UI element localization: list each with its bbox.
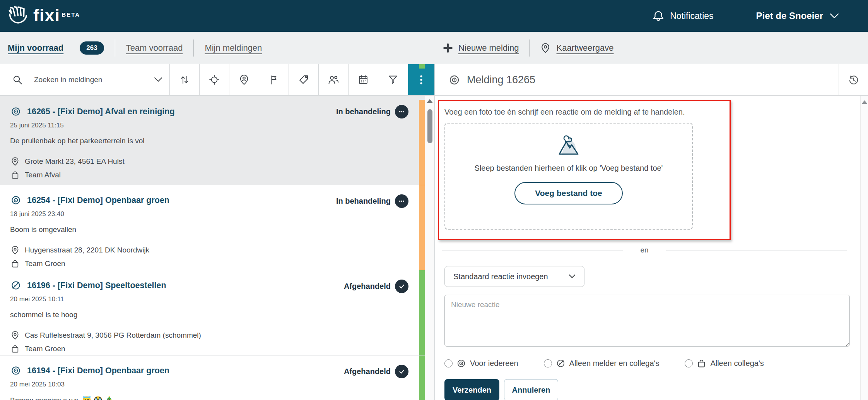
bell-icon (652, 10, 665, 22)
list-item[interactable]: 16265 - [Fixi Demo] Afval en reiniging 2… (0, 96, 425, 185)
new-report-link[interactable]: Nieuwe melding (443, 43, 519, 53)
detail-scrollbar[interactable] (860, 96, 868, 400)
status-strip (419, 100, 425, 185)
search-icon (12, 74, 23, 86)
visibility-option-colleagues[interactable]: Alleen collega's (685, 358, 764, 369)
status-badge: In behandeling (336, 197, 391, 206)
report-title[interactable]: 16265 - [Fixi Demo] Afval en reiniging (27, 107, 175, 117)
report-detail-panel: Melding 16265 Voeg een foto toe én schri… (434, 64, 868, 400)
eye-icon (456, 358, 466, 369)
map-pin-icon (10, 330, 20, 340)
notifications-button[interactable]: Notificaties (652, 10, 713, 22)
briefcase-icon (696, 358, 707, 369)
calendar-icon (357, 74, 369, 86)
flag-filter-button[interactable] (259, 64, 289, 95)
file-dropzone[interactable]: Sleep bestanden hierheen of klik op 'Voe… (444, 123, 693, 230)
divider-label: en (623, 246, 666, 254)
sort-icon (179, 74, 190, 86)
date-filter-button[interactable] (348, 64, 378, 95)
eye-icon (448, 74, 461, 86)
status-ellipsis-button[interactable] (395, 194, 408, 208)
tab-team-voorraad[interactable]: Team voorraad (126, 43, 183, 53)
eye-icon (10, 106, 22, 117)
scroll-up-arrow[interactable] (427, 99, 433, 103)
briefcase-icon (10, 170, 20, 180)
scroll-up-arrow[interactable] (862, 100, 867, 104)
send-button[interactable]: Verzenden (444, 379, 499, 400)
radio-button[interactable] (544, 359, 552, 367)
search-box[interactable] (0, 64, 169, 95)
status-badge: In behandeling (336, 107, 391, 116)
check-icon (398, 282, 406, 290)
report-description: schommel is te hoog (10, 311, 363, 319)
ellipsis-icon (398, 108, 406, 116)
report-team: Team Groen (10, 344, 363, 354)
list-scrollbar[interactable] (425, 96, 434, 400)
map-pin-icon (10, 156, 20, 167)
users-icon (328, 74, 339, 86)
report-title[interactable]: 16196 - [Fixi Demo] Speeltoestellen (27, 281, 166, 290)
locate-button[interactable] (199, 64, 229, 95)
tab-mijn-meldingen[interactable]: Mijn meldingen (205, 43, 262, 53)
reporter-filter-button[interactable] (229, 64, 259, 95)
tab-mijn-voorraad[interactable]: Mijn voorraad (8, 43, 63, 53)
logo-text: fixi BETA (33, 4, 80, 27)
map-view-link[interactable]: Kaartweergave (540, 42, 614, 54)
list-item[interactable]: 16194 - [Fixi Demo] Openbaar groen 20 me… (0, 355, 425, 400)
report-team: Team Groen (10, 259, 363, 269)
status-done-button[interactable] (395, 365, 408, 378)
status-strip (419, 355, 425, 400)
radio-button[interactable] (444, 359, 453, 367)
tab-separator (193, 39, 194, 57)
radio-button[interactable] (685, 359, 693, 367)
report-description: Boom is omgevallen (10, 225, 363, 234)
filter-button[interactable] (378, 64, 408, 95)
sort-button[interactable] (169, 64, 199, 95)
eye-icon (10, 194, 22, 206)
report-date: 18 juni 2025 23:40 (10, 210, 363, 218)
detail-title: Melding 16265 (467, 74, 535, 86)
fixi-logo[interactable]: fixi BETA (6, 4, 80, 28)
tag-filter-button[interactable] (289, 64, 318, 95)
highlighted-instruction-box: Voeg een foto toe én schrijf een reactie… (438, 100, 731, 240)
report-address: Huygensstraat 28, 2201 DK Noordwijk (10, 245, 363, 255)
visibility-option-everyone[interactable]: Voor iedereen (444, 358, 518, 369)
report-date: 20 mei 2025 10:11 (10, 295, 363, 303)
more-options-button[interactable] (408, 64, 434, 95)
eye-icon (10, 365, 22, 376)
mijn-voorraad-count-badge: 263 (80, 41, 104, 55)
kebab-menu-icon (415, 73, 427, 86)
status-done-button[interactable] (395, 280, 408, 293)
report-title[interactable]: 16194 - [Fixi Demo] Openbaar groen (27, 366, 169, 376)
team-filter-button[interactable] (318, 64, 348, 95)
visibility-option-reporter-colleagues[interactable]: Alleen melder en collega's (544, 358, 660, 369)
briefcase-icon (10, 344, 20, 354)
history-button[interactable] (839, 64, 868, 96)
map-pin-icon (540, 42, 551, 54)
divider-line (666, 250, 847, 251)
user-menu[interactable]: Piet de Snoeier (756, 10, 839, 21)
report-date: 25 juni 2025 11:15 (10, 122, 363, 129)
report-description: Bomen snoeien s.v.p. 😇 🥸 🎄 (10, 396, 363, 400)
tag-icon (298, 74, 309, 86)
standard-reaction-dropdown[interactable]: Standaard reactie invoegen (444, 266, 584, 287)
status-badge: Afgehandeld (344, 282, 391, 291)
search-input[interactable] (34, 76, 143, 84)
check-icon (398, 367, 406, 376)
status-ellipsis-button[interactable] (395, 105, 408, 118)
new-reaction-textarea[interactable] (444, 295, 850, 347)
search-chevron-down-icon[interactable] (154, 77, 162, 82)
action-separator (529, 39, 530, 57)
status-strip-partial (419, 64, 425, 69)
add-file-button[interactable]: Voeg bestand toe (514, 182, 623, 204)
crosshair-icon (208, 74, 220, 86)
divider-line (442, 250, 623, 251)
list-item[interactable]: 16254 - [Fixi Demo] Openbaar groen 18 ju… (0, 185, 425, 270)
cancel-button[interactable]: Annuleren (504, 379, 558, 400)
report-address: Grote Markt 23, 4561 EA Hulst (10, 156, 363, 167)
status-strip (419, 185, 425, 270)
report-title[interactable]: 16254 - [Fixi Demo] Openbaar groen (27, 196, 169, 205)
list-item[interactable]: 16196 - [Fixi Demo] Speeltoestellen 20 m… (0, 270, 425, 355)
scrollbar-thumb[interactable] (427, 109, 432, 143)
ellipsis-icon (398, 197, 406, 205)
